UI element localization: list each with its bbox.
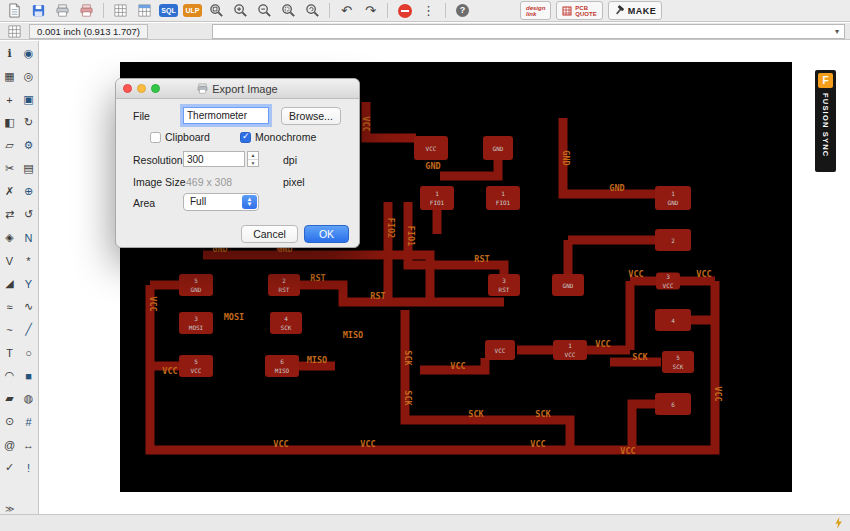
stepper-down-icon[interactable]: ▼ (248, 160, 258, 167)
open-button[interactable] (5, 2, 24, 20)
tool-paste[interactable]: ▤ (19, 157, 38, 180)
grid-settings-button[interactable] (111, 2, 130, 20)
dialog-titlebar[interactable]: Export Image (116, 79, 359, 99)
close-button[interactable] (123, 84, 132, 93)
zoom-select-button[interactable] (279, 2, 298, 20)
zoom-fit-button[interactable] (207, 2, 226, 20)
status-bar (0, 514, 850, 531)
grid-menu-button[interactable] (5, 22, 23, 40)
tool-lock[interactable]: ◈ (0, 226, 19, 249)
ulp-badge: ULP (183, 4, 202, 17)
pcb-pad: 4SCK (270, 312, 302, 334)
tool-arc[interactable]: ◠ (0, 364, 19, 387)
tool-rotate[interactable]: ↻ (19, 111, 38, 134)
run-ulp-button[interactable]: ULP (183, 2, 202, 20)
tool-dimension[interactable]: ↔ (19, 433, 38, 456)
minimize-button[interactable] (137, 84, 146, 93)
tool-delete[interactable]: ✗ (0, 180, 19, 203)
pcb-net-label: FIO2 (386, 218, 396, 238)
pcb-pad: 3VCC (656, 273, 680, 290)
clipboard-checkbox[interactable] (150, 132, 161, 143)
ok-button[interactable]: OK (304, 225, 349, 243)
popup-arrows-icon: ▲▼ (242, 195, 257, 209)
tool-polygon[interactable]: ▰ (0, 387, 19, 410)
zoom-out-button[interactable] (255, 2, 274, 20)
tool-ratsnest[interactable]: # (19, 410, 38, 433)
tool-mirror[interactable]: ◧ (0, 111, 19, 134)
tool-optimize[interactable]: ≈ (0, 295, 19, 318)
tool-group[interactable]: ▱ (0, 134, 19, 157)
tool-move[interactable]: + (0, 88, 19, 111)
command-combobox[interactable]: ▾ (212, 24, 845, 39)
design-link-button[interactable]: designlink (520, 1, 551, 20)
zoom-in-button[interactable] (231, 2, 250, 20)
tool-route[interactable]: ∿ (19, 295, 38, 318)
tool-via[interactable]: ◍ (19, 387, 38, 410)
tool-pinswap[interactable]: ⇄ (0, 203, 19, 226)
tool-hole[interactable]: ⊙ (0, 410, 19, 433)
svg-text:6: 6 (280, 358, 284, 365)
tool-wire[interactable]: ╱ (19, 318, 38, 341)
dialog-title-wrap: Export Image (166, 79, 309, 98)
monochrome-checkbox[interactable] (240, 132, 251, 143)
resolution-input[interactable] (183, 151, 245, 167)
area-dropdown[interactable]: Full ▲▼ (183, 193, 259, 211)
tool-mark[interactable]: ◎ (19, 65, 38, 88)
fusion-sync-tab[interactable]: F FUSION SYNC (815, 70, 836, 172)
tool-add[interactable]: ⊕ (19, 180, 38, 203)
stop-command-button[interactable] (395, 2, 414, 20)
file-input[interactable] (183, 107, 269, 124)
svg-text:RST: RST (499, 286, 510, 293)
pcb-quote-button[interactable]: PCBQUOTE (556, 1, 602, 20)
maximize-button[interactable] (151, 84, 160, 93)
undo-button[interactable]: ↶ (337, 2, 356, 20)
resolution-stepper[interactable]: ▲▼ (247, 151, 259, 167)
make-button[interactable]: MAKE (608, 1, 663, 20)
print-button[interactable] (53, 2, 72, 20)
stepper-up-icon[interactable]: ▲ (248, 152, 258, 160)
redo-button[interactable]: ↷ (361, 2, 380, 20)
tool-smash[interactable]: * (19, 249, 38, 272)
pcb-net-label: SCK (468, 409, 484, 419)
pcb-pad: 2 (655, 229, 691, 251)
pcb-pad: 1FIO1 (420, 186, 454, 210)
sql-button[interactable]: SQL (159, 2, 178, 20)
cancel-button[interactable]: Cancel (241, 225, 298, 243)
chevron-down-icon[interactable]: ▾ (830, 25, 844, 38)
area-label: Area (133, 197, 155, 209)
lightning-bolt-icon[interactable] (834, 517, 843, 529)
tool-value[interactable]: V (0, 249, 19, 272)
palette-expand-button[interactable]: ≫ (5, 504, 14, 514)
svg-text:GND: GND (563, 282, 574, 289)
tool-name[interactable]: N (19, 226, 38, 249)
tool-circle[interactable]: ○ (19, 341, 38, 364)
export-image-dialog-icon (197, 83, 208, 94)
tool-ripup[interactable]: ~ (0, 318, 19, 341)
tool-rect[interactable]: ■ (19, 364, 38, 387)
tool-attribute[interactable]: @ (0, 433, 19, 456)
tool-replace[interactable]: ↺ (19, 203, 38, 226)
export-image-button[interactable] (77, 2, 96, 20)
tool-display-layers[interactable]: ▦ (0, 65, 19, 88)
svg-text:GND: GND (191, 286, 202, 293)
tool-split[interactable]: Y (19, 272, 38, 295)
tool-cut[interactable]: ✂ (0, 157, 19, 180)
tool-miter[interactable]: ◢ (0, 272, 19, 295)
toolbar-overflow-button[interactable]: ⋮ (419, 2, 438, 20)
tool-drc[interactable]: ✓ (0, 456, 19, 479)
svg-text:VCC: VCC (191, 367, 202, 374)
save-button[interactable] (29, 2, 48, 20)
tool-errors[interactable]: ! (19, 456, 38, 479)
table-button[interactable] (135, 2, 154, 20)
pcb-net-label: VCC (450, 361, 465, 371)
tool-show[interactable]: ◉ (19, 42, 38, 65)
tool-copy[interactable]: ▣ (19, 88, 38, 111)
tool-palette: ℹ◉▦◎+▣◧↻▱⚙✂▤✗⊕⇄↺◈NV*◢Y≈∿~╱T○◠■▰◍⊙#@↔✓! ≫ (0, 41, 39, 515)
zoom-redraw-button[interactable] (303, 2, 322, 20)
resolution-label: Resolution (133, 154, 183, 166)
tool-info[interactable]: ℹ (0, 42, 19, 65)
tool-change[interactable]: ⚙ (19, 134, 38, 157)
browse-button[interactable]: Browse... (281, 107, 341, 125)
help-button[interactable]: ? (453, 2, 472, 20)
tool-text[interactable]: T (0, 341, 19, 364)
